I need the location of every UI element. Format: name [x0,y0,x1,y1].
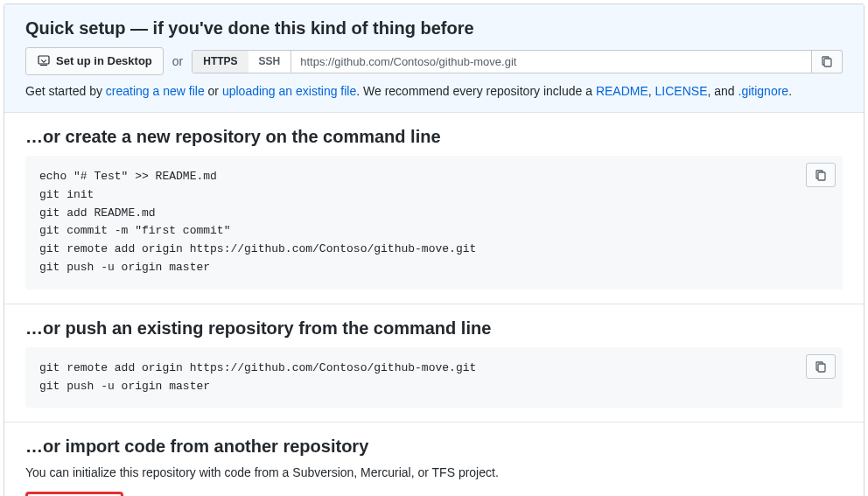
tab-https[interactable]: HTTPS [192,51,248,73]
link-create-new-file[interactable]: creating a new file [106,84,205,98]
push-code-wrap: git remote add origin https://github.com… [25,347,843,409]
create-repo-section: …or create a new repository on the comma… [4,113,864,304]
create-code-wrap: echo "# Test" >> README.md git init git … [25,156,843,290]
quick-setup-heading: Quick setup — if you've done this kind o… [25,18,843,38]
create-repo-heading: …or create a new repository on the comma… [25,127,843,147]
copy-create-code-button[interactable] [806,163,836,187]
clone-url-group: HTTPS SSH [192,50,843,73]
setup-row: Set up in Desktop or HTTPS SSH [25,47,843,75]
svg-rect-1 [824,59,831,66]
link-gitignore[interactable]: .gitignore [738,84,789,98]
push-code-block[interactable]: git remote add origin https://github.com… [25,347,843,409]
protocol-tabs: HTTPS SSH [192,50,291,73]
setup-in-desktop-button[interactable]: Set up in Desktop [25,47,164,75]
link-upload-existing-file[interactable]: uploading an existing file [222,84,356,98]
clipboard-icon [815,169,827,181]
copy-push-code-button[interactable] [806,354,836,379]
create-code-block[interactable]: echo "# Test" >> README.md git init git … [25,156,843,290]
quick-setup-section: Quick setup — if you've done this kind o… [4,4,864,113]
clone-url-input[interactable] [291,50,812,73]
import-description: You can initialize this repository with … [25,465,843,479]
desktop-download-icon [37,54,51,68]
link-license[interactable]: LICENSE [655,84,708,98]
quick-setup-help: Get started by creating a new file or up… [25,84,843,98]
setup-in-desktop-label: Set up in Desktop [56,52,152,70]
link-readme[interactable]: README [596,84,648,98]
import-highlight: Import code [25,492,123,496]
clipboard-icon [815,360,827,373]
import-code-section: …or import code from another repository … [4,423,864,496]
svg-rect-2 [818,172,825,180]
copy-url-button[interactable] [812,50,843,73]
import-heading: …or import code from another repository [25,437,843,457]
svg-rect-3 [818,364,825,372]
clipboard-icon [821,55,833,67]
push-repo-heading: …or push an existing repository from the… [25,318,843,339]
repo-setup-panel: Quick setup — if you've done this kind o… [4,3,864,496]
or-text: or [172,54,183,68]
push-repo-section: …or push an existing repository from the… [4,304,864,423]
tab-ssh[interactable]: SSH [248,51,291,73]
